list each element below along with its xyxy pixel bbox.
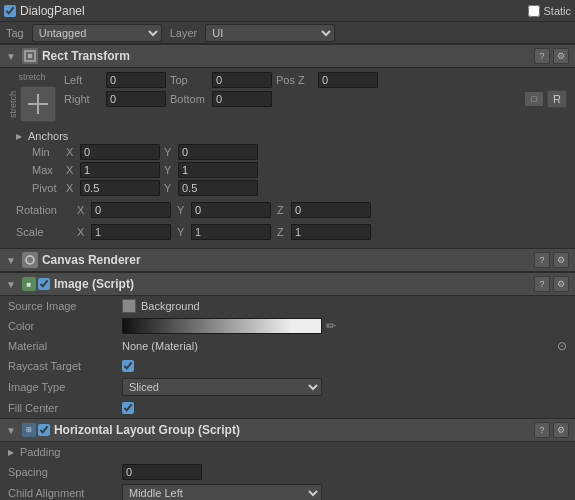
pivot-y-input[interactable] [178, 180, 258, 196]
pivot-row: Pivot X Y [16, 180, 559, 196]
max-row: Max X Y [16, 162, 559, 178]
rotation-z-group: Z [277, 202, 371, 218]
raycast-checkbox[interactable] [122, 360, 134, 372]
rt-row-2: Right Bottom □ R [64, 90, 567, 108]
scale-x-input[interactable] [91, 224, 171, 240]
max-y-input[interactable] [178, 162, 258, 178]
r-button[interactable]: R [547, 90, 567, 108]
image-script-doc-icon[interactable]: ? [534, 276, 550, 292]
posz-group: Pos Z [276, 72, 378, 88]
svg-point-2 [26, 256, 34, 264]
active-checkbox-wrapper[interactable] [4, 5, 16, 17]
hlg-header[interactable]: ▼ ⊞ Horizontal Layout Group (Script) ? ⚙ [0, 418, 575, 442]
rotation-y-label: Y [177, 204, 189, 216]
canvas-renderer-arrow: ▼ [6, 255, 16, 266]
pivot-label: Pivot [32, 182, 62, 194]
rotation-z-input[interactable] [291, 202, 371, 218]
material-label: Material [8, 340, 118, 352]
rect-transform-doc-icon[interactable]: ? [534, 48, 550, 64]
pivot-y-label: Y [164, 182, 176, 194]
r-icon-btn[interactable]: □ [524, 91, 544, 107]
pivot-x-input[interactable] [80, 180, 160, 196]
scale-label: Scale [16, 226, 71, 238]
image-script-icons-left: ■ [22, 277, 50, 291]
spacing-input[interactable] [122, 464, 202, 480]
anchor-icon[interactable] [20, 86, 56, 122]
canvas-renderer-icon [22, 252, 38, 268]
rect-transform-settings-icon[interactable]: ⚙ [553, 48, 569, 64]
canvas-renderer-header[interactable]: ▼ Canvas Renderer ? ⚙ [0, 248, 575, 272]
static-checkbox-wrapper[interactable]: Static [528, 5, 571, 17]
image-script-arrow: ▼ [6, 279, 16, 290]
rotation-x-input[interactable] [91, 202, 171, 218]
pivot-x-label: X [66, 182, 78, 194]
child-alignment-select[interactable]: Middle Left [122, 484, 322, 500]
canvas-renderer-doc-icon[interactable]: ? [534, 252, 550, 268]
top-bar-right: Static [528, 5, 571, 17]
child-alignment-row: Child Alignment Middle Left [0, 482, 575, 500]
spacing-label: Spacing [8, 466, 118, 478]
padding-row[interactable]: ▶ Padding [0, 442, 575, 462]
pencil-icon[interactable]: ✏ [326, 319, 336, 333]
canvas-renderer-settings-icon[interactable]: ⚙ [553, 252, 569, 268]
left-input[interactable] [106, 72, 166, 88]
scale-x-group: X [77, 224, 171, 240]
padding-label: Padding [20, 446, 130, 458]
rotation-y-input[interactable] [191, 202, 271, 218]
image-script-settings-icon[interactable]: ⚙ [553, 276, 569, 292]
min-y-label: Y [164, 146, 176, 158]
min-y-input[interactable] [178, 144, 258, 160]
rect-transform-content: stretch stretch Left Top [0, 68, 575, 248]
fill-center-checkbox[interactable] [122, 402, 134, 414]
image-script-header[interactable]: ▼ ■ Image (Script) ? ⚙ [0, 272, 575, 296]
rotation-label: Rotation [16, 204, 71, 216]
rect-transform-header[interactable]: ▼ Rect Transform ? ⚙ [0, 44, 575, 68]
rotation-row: Rotation X Y Z [8, 200, 567, 220]
hlg-settings-icon[interactable]: ⚙ [553, 422, 569, 438]
source-image-row: Source Image Background [0, 296, 575, 316]
max-x-input[interactable] [80, 162, 160, 178]
max-y-label: Y [164, 164, 176, 176]
top-input[interactable] [212, 72, 272, 88]
min-x-input[interactable] [80, 144, 160, 160]
posz-input[interactable] [318, 72, 378, 88]
color-value-group: ✏ [122, 318, 567, 334]
padding-arrow: ▶ [8, 448, 14, 457]
layer-select[interactable]: UI [205, 24, 335, 42]
bottom-input[interactable] [212, 91, 272, 107]
image-type-label: Image Type [8, 381, 118, 393]
hlg-checkbox[interactable] [38, 424, 50, 436]
image-script-title: Image (Script) [54, 277, 530, 291]
top-bar: DialogPanel Static [0, 0, 575, 22]
bottom-group: Bottom [170, 91, 272, 107]
active-checkbox[interactable] [4, 5, 16, 17]
canvas-renderer-icons: ? ⚙ [534, 252, 569, 268]
color-bar[interactable] [122, 318, 322, 334]
image-script-checkbox[interactable] [38, 278, 50, 290]
image-type-select[interactable]: Sliced [122, 378, 322, 396]
tag-select[interactable]: Untagged [32, 24, 162, 42]
scale-z-label: Z [277, 226, 289, 238]
hlg-title: Horizontal Layout Group (Script) [54, 423, 530, 437]
min-x-label: X [66, 146, 78, 158]
scale-y-group: Y [177, 224, 271, 240]
canvas-renderer-title: Canvas Renderer [42, 253, 530, 267]
scale-z-input[interactable] [291, 224, 371, 240]
rect-transform-icon [22, 48, 38, 64]
r-btn-group: □ R [524, 90, 567, 108]
rotation-x-label: X [77, 204, 89, 216]
scale-y-label: Y [177, 226, 189, 238]
raycast-label: Raycast Target [8, 360, 118, 372]
min-x-group: X [66, 144, 160, 160]
left-label: Left [64, 74, 104, 86]
static-checkbox[interactable] [528, 5, 540, 17]
material-target-icon[interactable]: ⊙ [557, 339, 567, 353]
hlg-doc-icon[interactable]: ? [534, 422, 550, 438]
left-group: Left [64, 72, 166, 88]
right-input[interactable] [106, 91, 166, 107]
source-image-preview [122, 299, 136, 313]
anchors-header[interactable]: ▶ Anchors [16, 130, 559, 142]
fill-center-row: Fill Center [0, 398, 575, 418]
right-label: Right [64, 93, 104, 105]
scale-y-input[interactable] [191, 224, 271, 240]
